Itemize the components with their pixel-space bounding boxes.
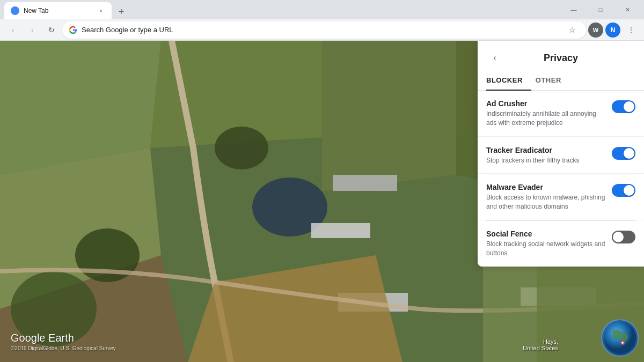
settings-list: Ad Crusher Indiscriminately annihilate a… (478, 91, 644, 267)
panel-header: ‹ Privacy (478, 41, 644, 71)
world-icon-button[interactable]: W (588, 23, 603, 38)
tab-close-button[interactable]: × (97, 6, 105, 15)
google-earth-brand: Google Earth (11, 332, 116, 344)
social-fence-desc: Block tracking social network widgets an… (486, 240, 605, 258)
settings-item-tracker-eradicator: Tracker Eradicator Stop trackers in thei… (478, 137, 644, 174)
svg-point-22 (621, 342, 624, 344)
panel-back-button[interactable]: ‹ (486, 49, 503, 67)
map-location: Hays,United States (523, 338, 558, 351)
user-avatar[interactable]: N (605, 23, 620, 38)
social-fence-content: Social Fence Block tracking social netwo… (486, 230, 605, 258)
malware-evader-toggle[interactable] (612, 184, 635, 197)
panel-tabs: BLOCKER OTHER (478, 71, 644, 91)
ad-crusher-content: Ad Crusher Indiscriminately annihilate a… (486, 99, 605, 128)
settings-item-ad-crusher: Ad Crusher Indiscriminately annihilate a… (478, 91, 644, 137)
social-fence-toggle[interactable] (612, 231, 635, 243)
tab-title: New Tab (24, 7, 92, 14)
minimize-button[interactable]: — (561, 1, 586, 18)
panel-title: Privacy (503, 53, 618, 64)
bookmark-button[interactable]: ☆ (565, 23, 580, 38)
main-content: Google Earth ©2019 DigitalGlobe, U.S. Ge… (0, 41, 644, 362)
tab-other[interactable]: OTHER (536, 71, 570, 91)
google-icon (69, 26, 77, 34)
maximize-button[interactable]: □ (588, 1, 613, 18)
ad-crusher-title: Ad Crusher (486, 99, 605, 108)
address-text: Search Google or type a URL (82, 26, 560, 34)
svg-rect-7 (311, 223, 370, 238)
settings-item-social-fence: Social Fence Block tracking social netwo… (478, 221, 644, 267)
tab-strip: New Tab × + (4, 0, 561, 19)
active-tab[interactable]: New Tab × (4, 2, 112, 19)
menu-button[interactable]: ⋮ (623, 21, 640, 39)
globe-svg (602, 320, 638, 356)
window-controls: — □ ✕ (561, 1, 640, 18)
tracker-eradicator-toggle[interactable] (612, 147, 635, 160)
settings-item-malware-evader: Malware Evader Block access to known mal… (478, 174, 644, 220)
earth-copyright: ©2019 DigitalGlobe, U.S. Geological Surv… (11, 345, 116, 351)
new-tab-button[interactable]: + (114, 4, 129, 19)
address-bar[interactable]: Search Google or type a URL ☆ (62, 21, 586, 39)
ad-crusher-toggle[interactable] (612, 100, 635, 113)
privacy-panel: ‹ Privacy BLOCKER OTHER Ad Crusher Indis… (478, 41, 644, 267)
tracker-eradicator-content: Tracker Eradicator Stop trackers in thei… (486, 146, 605, 165)
nav-bar: ‹ › ↻ Search Google or type a URL ☆ W N … (0, 19, 644, 41)
ad-crusher-desc: Indiscriminately annihilate all annoying… (486, 109, 605, 128)
browser-frame: New Tab × + — □ ✕ ‹ › ↻ Search Google or… (0, 0, 644, 362)
tab-blocker[interactable]: BLOCKER (486, 71, 531, 91)
tracker-eradicator-title: Tracker Eradicator (486, 146, 605, 154)
location-text: Hays,United States (523, 338, 558, 351)
back-button[interactable]: ‹ (4, 21, 21, 39)
svg-point-17 (215, 127, 268, 169)
tracker-eradicator-desc: Stop trackers in their filthy tracks (486, 156, 605, 165)
title-bar: New Tab × + — □ ✕ (0, 0, 644, 19)
malware-evader-content: Malware Evader Block access to known mal… (486, 183, 605, 211)
close-button[interactable]: ✕ (615, 1, 640, 18)
social-fence-title: Social Fence (486, 230, 605, 238)
malware-evader-desc: Block access to known malware, phishing … (486, 193, 605, 211)
malware-evader-title: Malware Evader (486, 183, 605, 191)
tab-favicon (11, 6, 19, 15)
forward-button[interactable]: › (24, 21, 41, 39)
globe-widget[interactable] (601, 319, 639, 357)
svg-rect-6 (333, 175, 397, 191)
refresh-button[interactable]: ↻ (43, 21, 60, 39)
toolbar-icons: W N ⋮ (588, 21, 640, 39)
earth-watermark: Google Earth ©2019 DigitalGlobe, U.S. Ge… (11, 332, 116, 351)
